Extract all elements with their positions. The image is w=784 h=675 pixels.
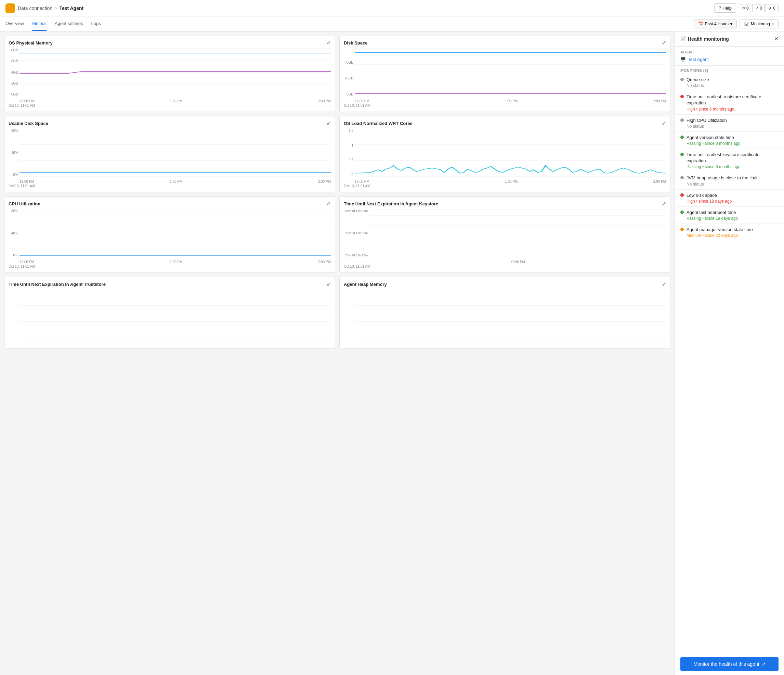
sidebar-header: 📈 Health monitoring ✕: [675, 31, 784, 47]
chart-start-disk-space: Oct 13, 11:01 AM: [344, 104, 666, 108]
tab-metrics[interactable]: Metrics: [32, 17, 47, 31]
monitor-info-keystore: Time until earliest keystore certificate…: [686, 152, 779, 169]
monitor-keystore-cert: Time until earliest keystore certificate…: [675, 149, 784, 172]
monitor-status-jvm: No status: [686, 182, 779, 187]
chart-title-keystore: Time Until Next Expiration in Agent Keys…: [344, 201, 666, 206]
chart-area-disk-space: 40GB 20GB 0GB: [344, 48, 666, 103]
monitor-icon: 📊: [744, 22, 749, 27]
y-labels-usable-disk: 80% 40% 0%: [9, 129, 18, 177]
chart-svg-usable-disk: [20, 129, 331, 177]
monitor-info-low-disk: Low disk space High • since 18 days ago: [686, 192, 779, 204]
chart-svg-heap: [355, 290, 666, 338]
external-link-icon: ↗: [761, 661, 765, 667]
y-labels-cpu: 80% 40% 0%: [9, 209, 18, 257]
x-labels-os-load: 12:00 PM 1:00 PM 2:00 PM: [355, 180, 666, 184]
tab-logs[interactable]: Logs: [91, 17, 101, 31]
expand-icon-os-memory[interactable]: ⤢: [327, 40, 331, 45]
error-badge[interactable]: ✗ 0: [765, 4, 779, 12]
topbar: 🟠 Data connection > Test Agent ? Help ↻ …: [0, 0, 784, 16]
monitors-list: Queue size No status Time until earliest…: [675, 74, 784, 653]
help-button[interactable]: ? Help: [714, 3, 736, 12]
topbar-right: ? Help ↻ 0 ✓ 0 ✗ 0: [714, 3, 779, 12]
expand-icon-heap[interactable]: ⤢: [662, 281, 666, 287]
breadcrumb-current: Test Agent: [59, 5, 84, 11]
tab-overview[interactable]: Overview: [5, 17, 24, 31]
x-icon: ✗: [768, 6, 772, 11]
chart-agent-heap-memory: Agent Heap Memory ⤢: [339, 277, 670, 349]
monitor-status-agent-version: Passing • since 8 months ago: [686, 141, 779, 146]
expand-icon-cpu[interactable]: ⤢: [327, 201, 331, 206]
chart-title-cpu: CPU Utilization ⤢: [9, 201, 331, 206]
chart-keystore-expiration: Time Until Next Expiration in Agent Keys…: [339, 196, 670, 273]
expand-icon-disk-space[interactable]: ⤢: [662, 40, 666, 45]
chart-os-load: OS Load Normalized WRT Cores ⤢ 1.5 1 0.5…: [339, 116, 670, 192]
nav-actions: 📅 Past 4 Hours ▾ 📊 Monitoring ≡: [694, 20, 779, 28]
success-badge[interactable]: ✓ 0: [752, 4, 765, 12]
monitors-section-label: MONITORS (9): [675, 66, 784, 74]
chart-area-cpu: 80% 40% 0% 12:00 PM 1:00: [9, 209, 331, 264]
monitor-dot-low-disk: [680, 193, 684, 197]
chart-title-os-memory: OS Physical Memory ⤢: [9, 40, 331, 45]
monitor-status-queue: No status: [686, 83, 779, 88]
refresh-icon: ↻: [742, 6, 745, 11]
monitor-name-cpu: High CPU Utilization: [686, 117, 779, 123]
agent-link[interactable]: 🖥️ Test Agent: [680, 57, 779, 62]
chart-start-os-load: Oct 13, 11:01 AM: [344, 184, 666, 188]
x-labels-usable-disk: 12:00 PM 1:00 PM 2:00 PM: [20, 180, 331, 184]
monitor-status-truststore: High • since 6 months ago: [686, 107, 779, 112]
monitor-health-button[interactable]: Monitor the health of this agent ↗: [680, 657, 779, 671]
monitor-dot-agent-version: [680, 136, 684, 139]
success-count: 0: [760, 6, 762, 11]
expand-icon-usable-disk[interactable]: ⤢: [327, 120, 331, 126]
calendar-icon: 📅: [698, 22, 703, 27]
chart-title-disk-space: Disk Space ⤢: [344, 40, 666, 45]
chart-area-usable-disk: 80% 40% 0% 12:00 PM 1:00: [9, 129, 331, 184]
chart-cpu-utilization: CPU Utilization ⤢ 80% 40% 0%: [4, 196, 335, 273]
x-labels-cpu: 12:00 PM 1:00 PM 2:00 PM: [20, 260, 331, 264]
x-labels-os-memory: 12:00 PM 1:00 PM 2:00 PM: [20, 99, 331, 103]
monitor-info-cpu: High CPU Utilization No status: [686, 117, 779, 129]
breadcrumb-parent[interactable]: Data connection: [18, 5, 52, 11]
chart-title-os-load: OS Load Normalized WRT Cores ⤢: [344, 120, 666, 126]
heartbeat-icon: 📈: [680, 36, 686, 41]
expand-icon-os-load[interactable]: ⤢: [662, 120, 666, 126]
monitor-jvm-heap: JVM heap usage is close to the limit No …: [675, 172, 784, 189]
chart-svg-truststore: [20, 290, 331, 338]
monitor-cpu-util: High CPU Utilization No status: [675, 115, 784, 132]
expand-icon-truststore[interactable]: ⤢: [327, 281, 331, 287]
sidebar-title: Health monitoring: [688, 36, 729, 42]
agent-icon: 🖥️: [680, 57, 686, 62]
breadcrumb: Data connection > Test Agent: [18, 5, 84, 11]
tab-agent-settings[interactable]: Agent settings: [55, 17, 83, 31]
monitor-info-manager: Agent manager version stale time Medium …: [686, 227, 779, 238]
metrics-grid: OS Physical Memory ⤢ 8GB 6GB 4GB 2GB 0GB: [0, 31, 675, 675]
refresh-count: 0: [747, 6, 749, 11]
close-button[interactable]: ✕: [774, 36, 779, 42]
monitor-name-low-disk: Low disk space: [686, 192, 779, 198]
time-filter-button[interactable]: 📅 Past 4 Hours ▾: [694, 20, 737, 28]
monitor-info-jvm: JVM heap usage is close to the limit No …: [686, 175, 779, 186]
monitor-name-jvm: JVM heap usage is close to the limit: [686, 175, 779, 181]
time-filter-label: Past 4 Hours: [705, 22, 729, 27]
sidebar: 📈 Health monitoring ✕ AGENT 🖥️ Test Agen…: [675, 31, 784, 675]
chart-area-os-memory: 8GB 6GB 4GB 2GB 0GB: [9, 48, 331, 103]
monitoring-label: Monitoring: [751, 22, 770, 27]
monitor-status-low-disk: High • since 18 days ago: [686, 199, 779, 204]
monitor-truststore-cert: Time until earliest truststore certifica…: [675, 91, 784, 114]
monitor-info-queue: Queue size No status: [686, 77, 779, 88]
chart-area-keystore: 44w 1d 19h 53m 35w 6d 11h 06m 26w 4d 01h…: [344, 209, 666, 264]
monitoring-button[interactable]: 📊 Monitoring ≡: [739, 20, 779, 28]
monitor-dot-manager: [680, 228, 684, 231]
monitor-dot-jvm: [680, 176, 684, 179]
sidebar-title-row: 📈 Health monitoring: [680, 36, 729, 42]
expand-icon-keystore[interactable]: ⤢: [662, 201, 666, 206]
y-labels-os-memory: 8GB 6GB 4GB 2GB 0GB: [9, 48, 18, 96]
chart-start-keystore: Oct 13, 11:01 AM: [344, 265, 666, 268]
chart-title-heap: Agent Heap Memory ⤢: [344, 281, 666, 287]
question-icon: ?: [719, 5, 721, 11]
refresh-badge[interactable]: ↻ 0: [739, 4, 751, 12]
chart-svg-os-load: [355, 129, 666, 177]
chart-start-os-memory: Oct 13, 11:01 AM: [9, 104, 331, 108]
monitor-agent-version: Agent version stale time Passing • since…: [675, 132, 784, 149]
monitor-name-heartbeat: Agent last heartbeat time: [686, 209, 779, 216]
